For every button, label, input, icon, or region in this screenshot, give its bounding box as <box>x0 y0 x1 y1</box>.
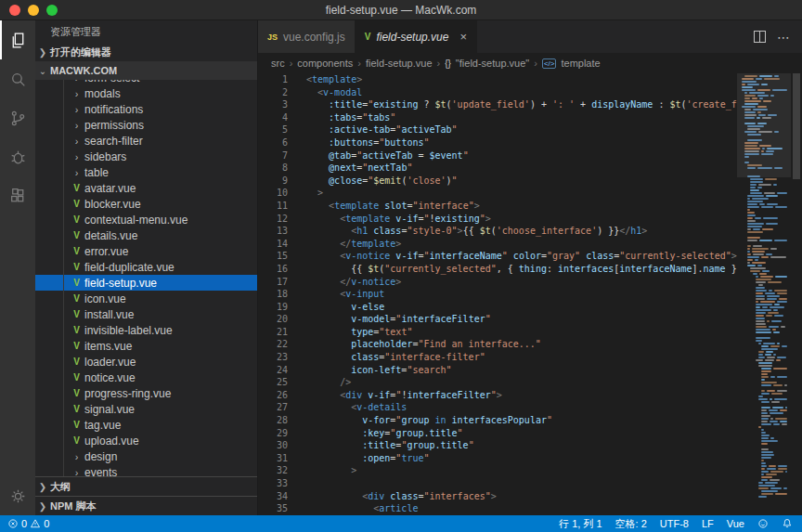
line-number: 26 <box>258 389 288 402</box>
breadcrumb-item[interactable]: field-setup.vue <box>366 58 433 69</box>
editor-group: JS vue.config.js V field-setup.vue × ⋯ s… <box>258 20 802 515</box>
tree-item-tag.vue[interactable]: Vtag.vue <box>35 417 257 433</box>
vue-file-icon: V <box>69 388 84 398</box>
breadcrumb-separator: › <box>357 58 361 69</box>
project-label: MACWK.COM <box>50 65 117 76</box>
tree-item-loader.vue[interactable]: Vloader.vue <box>35 354 257 370</box>
tab-bar: JS vue.config.js V field-setup.vue × ⋯ <box>258 20 802 53</box>
folder-chevron-icon: › <box>69 151 84 162</box>
minimize-window-button[interactable] <box>28 5 39 16</box>
tree-item-design[interactable]: ›design <box>35 448 257 464</box>
feedback-smiley-icon[interactable] <box>757 518 769 529</box>
tree-item-avatar.vue[interactable]: Vavatar.vue <box>35 180 257 196</box>
scrollbar-thumb[interactable] <box>793 73 800 179</box>
source-control-icon[interactable] <box>0 98 35 137</box>
npm-scripts-section[interactable]: ❯ NPM 脚本 <box>35 496 257 515</box>
code-line: icon-left="search" <box>306 364 737 377</box>
code-line: > <box>306 464 737 477</box>
file-tree[interactable]: ›form-select›modals›notifications›permis… <box>35 80 257 476</box>
tree-item-error.vue[interactable]: Verror.vue <box>35 243 257 259</box>
debug-icon[interactable] <box>0 137 35 176</box>
tree-item-field-duplicate.vue[interactable]: Vfield-duplicate.vue <box>35 259 257 275</box>
tree-item-label: permissions <box>84 119 144 132</box>
code-content[interactable]: <template> <v-modal :title="existing ? $… <box>301 73 737 515</box>
extensions-icon[interactable] <box>0 176 35 215</box>
notifications-bell-icon[interactable] <box>782 518 793 529</box>
vue-file-icon: V <box>69 262 84 272</box>
code-line: :key="group.title" <box>306 427 737 440</box>
vue-file-icon: V <box>69 341 84 351</box>
close-tab-icon[interactable]: × <box>459 31 467 43</box>
breadcrumb-item[interactable]: components <box>297 58 353 69</box>
tree-item-items.vue[interactable]: Vitems.vue <box>35 338 257 354</box>
code-line: <div class="interfaces"> <box>306 490 737 503</box>
tree-item-upload.vue[interactable]: Vupload.vue <box>35 433 257 448</box>
tree-item-search-filter[interactable]: ›search-filter <box>35 133 257 149</box>
code-line: @next="nextTab" <box>306 162 737 175</box>
tree-item-signal.vue[interactable]: Vsignal.vue <box>35 401 257 417</box>
split-editor-icon[interactable] <box>754 31 766 43</box>
line-number-gutter[interactable]: 1234567891011121314151617181920212223242… <box>258 73 301 515</box>
tree-item-modals[interactable]: ›modals <box>35 85 257 101</box>
tree-item-contextual-menu.vue[interactable]: Vcontextual-menu.vue <box>35 212 257 227</box>
vue-file-icon: V <box>69 357 84 367</box>
manage-gear-icon[interactable] <box>0 476 35 515</box>
code-line: <template slot="interface"> <box>306 200 737 213</box>
folder-chevron-icon: › <box>69 80 84 84</box>
tree-item-label: items.vue <box>84 340 132 353</box>
tree-item-events[interactable]: ›events <box>35 464 257 476</box>
open-editors-section[interactable]: ❯ 打开的编辑器 <box>35 43 257 61</box>
vertical-scrollbar[interactable] <box>791 73 802 515</box>
line-number: 25 <box>258 376 288 389</box>
file-encoding[interactable]: UTF-8 <box>660 518 689 529</box>
tree-item-permissions[interactable]: ›permissions <box>35 117 257 133</box>
tree-item-label: signal.vue <box>84 403 135 416</box>
tree-item-blocker.vue[interactable]: Vblocker.vue <box>35 196 257 212</box>
problems-indicator[interactable]: 0 0 <box>7 518 49 529</box>
vue-file-icon: V <box>365 32 371 42</box>
breadcrumb-item[interactable]: "field-setup.vue" <box>456 58 529 69</box>
breadcrumb-item[interactable]: template <box>561 58 600 69</box>
vue-file-icon: V <box>69 293 84 304</box>
explorer-icon[interactable] <box>0 20 35 59</box>
breadcrumb-item[interactable]: src <box>271 58 285 69</box>
line-number: 35 <box>258 502 288 515</box>
line-number: 8 <box>258 162 288 175</box>
tree-item-label: details.vue <box>84 229 137 242</box>
code-line: </template> <box>306 238 737 251</box>
tree-item-field-setup.vue[interactable]: Vfield-setup.vue <box>35 275 257 291</box>
outline-section[interactable]: ❯ 大纲 <box>35 476 257 496</box>
language-mode[interactable]: Vue <box>727 518 744 529</box>
code-line: v-model="interfaceFilter" <box>306 313 737 326</box>
tree-item-sidebars[interactable]: ›sidebars <box>35 149 257 164</box>
minimap[interactable] <box>737 73 791 515</box>
vue-file-icon: V <box>69 325 84 335</box>
project-section[interactable]: ⌄ MACWK.COM <box>35 61 257 80</box>
close-window-button[interactable] <box>9 5 20 16</box>
tree-item-invisible-label.vue[interactable]: Vinvisible-label.vue <box>35 322 257 338</box>
tree-item-notice.vue[interactable]: Vnotice.vue <box>35 370 257 385</box>
code-line: :buttons="buttons" <box>306 136 737 149</box>
tree-item-label: contextual-menu.vue <box>84 214 188 227</box>
breadcrumb: src › components › field-setup.vue › {} … <box>258 53 802 73</box>
tree-item-details.vue[interactable]: Vdetails.vue <box>35 227 257 243</box>
tab-vue-config-js[interactable]: JS vue.config.js <box>258 20 356 53</box>
tree-item-notifications[interactable]: ›notifications <box>35 101 257 117</box>
tab-field-setup-vue[interactable]: V field-setup.vue × <box>356 20 477 53</box>
tree-item-label: notice.vue <box>84 371 136 384</box>
more-actions-icon[interactable]: ⋯ <box>777 30 791 45</box>
activity-bar <box>0 20 35 515</box>
tree-item-install.vue[interactable]: Vinstall.vue <box>35 306 257 322</box>
maximize-window-button[interactable] <box>46 5 58 16</box>
open-editors-label: 打开的编辑器 <box>50 45 111 59</box>
code-line: <article <box>306 502 737 515</box>
code-line: <v-details <box>306 401 737 414</box>
search-icon[interactable] <box>0 59 35 98</box>
tree-item-table[interactable]: ›table <box>35 164 257 180</box>
indentation-setting[interactable]: 空格: 2 <box>615 517 647 531</box>
code-line: type="text" <box>306 326 737 339</box>
eol-setting[interactable]: LF <box>702 518 714 529</box>
tree-item-progress-ring.vue[interactable]: Vprogress-ring.vue <box>35 385 257 401</box>
cursor-position[interactable]: 行 1, 列 1 <box>559 517 602 531</box>
tree-item-icon.vue[interactable]: Vicon.vue <box>35 291 257 306</box>
